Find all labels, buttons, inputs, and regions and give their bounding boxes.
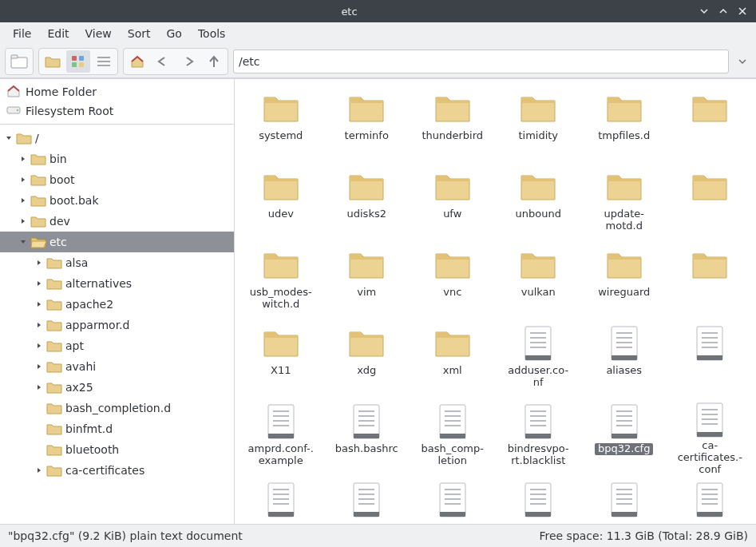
go-up-button[interactable] xyxy=(202,50,226,73)
file-item-folder[interactable]: usb_modes-witch.d xyxy=(238,242,324,319)
chevron-right-icon[interactable] xyxy=(34,299,45,310)
tree-row-root[interactable]: / xyxy=(0,128,234,149)
file-label: usb_modes-witch.d xyxy=(244,287,318,311)
tree-row[interactable]: alternatives xyxy=(0,273,234,294)
file-item-file[interactable] xyxy=(667,477,754,524)
tree-label: etc xyxy=(49,236,67,248)
tree-row[interactable]: apache2 xyxy=(0,294,234,315)
tree-row[interactable]: avahi xyxy=(0,356,234,377)
tree-row[interactable]: alsa xyxy=(0,252,234,273)
folder-view-button[interactable] xyxy=(41,50,65,73)
tree-row[interactable]: apparmor.d xyxy=(0,315,234,335)
file-item-folder[interactable]: xdg xyxy=(324,320,410,397)
go-back-button[interactable] xyxy=(151,50,175,73)
file-item-folder[interactable]: timidity xyxy=(496,85,582,162)
go-forward-button[interactable] xyxy=(176,50,200,73)
status-left: "bpq32.cfg" (9.2 KiB) plain text documen… xyxy=(8,529,539,542)
chevron-right-icon[interactable] xyxy=(34,257,45,268)
spacer xyxy=(34,444,45,455)
chevron-right-icon[interactable] xyxy=(18,195,29,206)
file-item-file[interactable]: amprd.conf-.example xyxy=(238,398,324,475)
chevron-right-icon[interactable] xyxy=(18,153,29,164)
file-item-folder[interactable]: udev xyxy=(238,164,324,240)
window-maximize-button[interactable] xyxy=(716,4,730,18)
tree-row[interactable]: bluetooth xyxy=(0,439,234,460)
chevron-down-icon[interactable] xyxy=(18,236,29,248)
file-item-folder[interactable]: vulkan xyxy=(496,242,582,319)
file-item-folder[interactable]: thunderbird xyxy=(410,85,496,162)
file-item-file[interactable] xyxy=(667,320,754,397)
chevron-right-icon[interactable] xyxy=(34,340,45,351)
menu-view[interactable]: View xyxy=(77,24,120,43)
directory-tree[interactable]: / binbootboot.bakdevetcalsaalternativesa… xyxy=(0,125,234,524)
file-item-file[interactable]: ca-certificates.-conf xyxy=(667,398,754,475)
file-item-folder[interactable]: terminfo xyxy=(324,85,410,162)
spacer xyxy=(34,402,45,414)
tree-row[interactable]: ca-certificates xyxy=(0,460,234,481)
menu-edit[interactable]: Edit xyxy=(39,24,77,43)
chevron-right-icon[interactable] xyxy=(34,465,45,476)
tree-row[interactable]: bash_completion.d xyxy=(0,398,234,418)
file-item-folder[interactable]: udisks2 xyxy=(324,164,410,240)
file-item-file[interactable]: aliases xyxy=(581,320,667,397)
tree-row[interactable]: apt xyxy=(0,335,234,356)
file-item-folder[interactable]: update-motd.d xyxy=(581,164,667,240)
file-item-file[interactable] xyxy=(581,477,667,524)
file-item-folder[interactable]: unbound xyxy=(496,164,582,240)
go-home-button[interactable] xyxy=(125,50,149,73)
file-item-file[interactable] xyxy=(410,477,496,524)
file-label: adduser.co-nf xyxy=(501,365,575,389)
tree-row[interactable]: etc xyxy=(0,232,234,252)
place-home-folder[interactable]: Home Folder xyxy=(0,82,234,101)
file-label: vim xyxy=(355,287,378,299)
history-dropdown-button[interactable] xyxy=(734,50,751,73)
file-item-folder[interactable]: tmpfiles.d xyxy=(581,85,667,162)
chevron-right-icon[interactable] xyxy=(34,319,45,331)
menu-tools[interactable]: Tools xyxy=(190,24,234,43)
file-item-folder[interactable]: wireguard xyxy=(581,242,667,319)
file-item-folder[interactable]: vnc xyxy=(410,242,496,319)
file-item-file[interactable]: bindresvpo-rt.blacklist xyxy=(496,398,582,475)
window-minimize-button[interactable] xyxy=(697,4,711,18)
new-tab-button[interactable] xyxy=(7,50,31,73)
chevron-right-icon[interactable] xyxy=(18,216,29,227)
menu-go[interactable]: Go xyxy=(159,24,190,43)
chevron-right-icon[interactable] xyxy=(34,278,45,289)
window-close-button[interactable] xyxy=(735,4,750,18)
file-item-folder[interactable]: ufw xyxy=(410,164,496,240)
menu-file[interactable]: File xyxy=(5,24,39,43)
chevron-right-icon[interactable] xyxy=(18,174,29,185)
tree-row[interactable]: boot xyxy=(0,169,234,190)
place-filesystem-root[interactable]: Filesystem Root xyxy=(0,101,234,121)
file-item-file[interactable]: adduser.co-nf xyxy=(496,320,582,397)
tree-row[interactable]: bin xyxy=(0,149,234,169)
chevron-down-icon[interactable] xyxy=(3,133,14,144)
chevron-right-icon[interactable] xyxy=(34,361,45,372)
file-item-file[interactable]: bash.bashrc xyxy=(324,398,410,475)
file-item-file[interactable]: bash_comp-letion xyxy=(410,398,496,475)
svg-rect-3 xyxy=(79,56,84,61)
file-item-file[interactable]: bpq32.cfg xyxy=(581,398,667,475)
file-item-file[interactable] xyxy=(496,477,582,524)
path-bar[interactable]: /etc xyxy=(233,50,729,73)
file-item-file[interactable] xyxy=(238,477,324,524)
file-item-folder[interactable]: vim xyxy=(324,242,410,319)
menu-sort[interactable]: Sort xyxy=(120,24,159,43)
icon-view-button[interactable] xyxy=(66,50,90,73)
file-item-folder[interactable] xyxy=(667,85,754,162)
file-pane[interactable]: systemdterminfothunderbirdtimiditytmpfil… xyxy=(235,79,756,524)
workspace: Home Folder Filesystem Root / binbootboo… xyxy=(0,78,756,524)
file-item-folder[interactable] xyxy=(667,242,754,319)
file-item-folder[interactable]: X11 xyxy=(238,320,324,397)
file-item-folder[interactable]: systemd xyxy=(238,85,324,162)
file-item-folder[interactable]: xml xyxy=(410,320,496,397)
list-view-button[interactable] xyxy=(92,50,116,73)
tree-row[interactable]: dev xyxy=(0,211,234,232)
tree-row[interactable]: ax25 xyxy=(0,377,234,398)
file-item-file[interactable] xyxy=(324,477,410,524)
tree-row[interactable]: binfmt.d xyxy=(0,418,234,439)
tree-row[interactable]: boot.bak xyxy=(0,190,234,211)
file-item-folder[interactable] xyxy=(667,164,754,240)
chevron-right-icon[interactable] xyxy=(34,382,45,393)
file-label: xdg xyxy=(355,365,378,377)
